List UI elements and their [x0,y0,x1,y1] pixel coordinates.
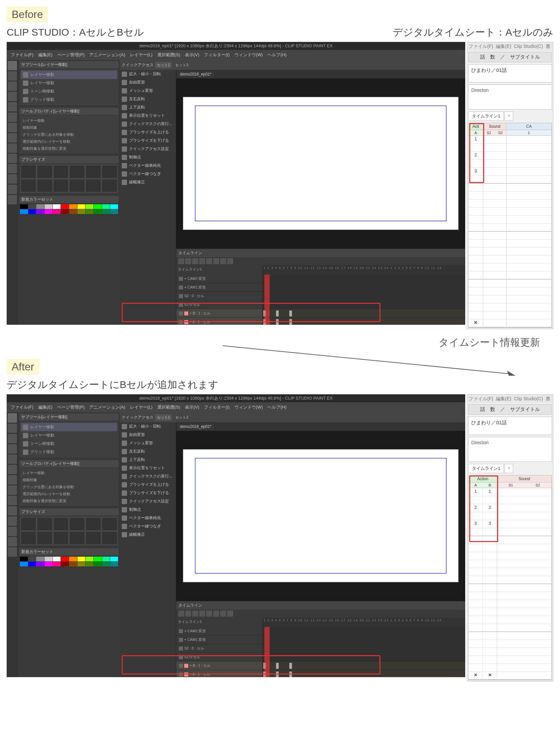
menu-item[interactable]: フィルター(I) [202,404,232,411]
prev-icon[interactable] [192,610,198,617]
ts-cell[interactable] [483,152,506,160]
tool-icon[interactable] [8,71,17,80]
menu-item[interactable]: レイヤー(L) [128,404,155,411]
qa-item[interactable]: クイックアクセス設定 [120,497,176,505]
expand-icon[interactable] [179,286,183,290]
timeline-track[interactable]: S2 : 0 : セル [176,644,465,653]
tl-btn-icon[interactable] [227,610,233,617]
qa-item[interactable]: メッシュ変形 [120,439,176,447]
menu-item[interactable]: ファイル(F) [468,44,493,50]
tl-btn-icon[interactable] [213,610,219,617]
csp-menubar[interactable]: ファイル(F) 編集(E) ページ管理(P) アニメーション(A) レイヤー(L… [7,402,465,412]
ts-cell[interactable] [468,264,483,272]
ts-cell[interactable] [483,136,506,144]
canvas-tab[interactable]: demo2018_ep01* [177,71,215,78]
color-swatch[interactable] [102,562,110,566]
expand-icon[interactable] [179,646,183,651]
ts-cell-x[interactable]: ✕ [468,319,483,327]
qa-item[interactable]: 拡大・縮小・回転 [120,422,176,431]
menu-item[interactable]: ウィンドウ(W) [233,404,265,411]
color-swatch[interactable] [36,562,44,566]
ts-cell[interactable] [497,592,551,600]
prop-item[interactable]: 移動対象を選択状態に変更 [21,145,117,152]
stop-icon[interactable] [185,610,191,617]
tool-icon[interactable] [8,81,17,91]
qa-item[interactable]: 自由変形 [120,431,176,439]
menu-item[interactable]: 選択範囲(S) [155,51,182,59]
ts-cell[interactable] [468,192,483,200]
ts-cell[interactable] [483,279,506,288]
ts-cell[interactable] [468,640,482,648]
ts-cell[interactable] [483,544,497,552]
ts-tab[interactable]: タイムライン1 [468,464,504,473]
ts-tab[interactable]: タイムライン1 [468,112,504,121]
ts-cell[interactable] [468,624,482,632]
ts-cell[interactable] [497,600,551,608]
ts-cell[interactable] [506,232,551,239]
timeline-track[interactable]: S2 : 0 : セル [176,292,465,301]
play-icon[interactable] [178,610,184,617]
color-swatch[interactable] [69,209,77,214]
ts-cell[interactable] [468,560,482,568]
tool-icon[interactable] [8,413,17,423]
menu-item[interactable]: 編集(E) [496,396,512,402]
loop-icon[interactable] [206,610,212,617]
qa-item[interactable]: 表示位置をリセット [120,464,176,472]
color-swatch[interactable] [85,557,94,561]
frame-numbers[interactable]: 1 2 3 4 5 6 7 8 9 10 11 12 13 14 15 16 1… [263,265,465,274]
ts-cell[interactable] [468,272,483,279]
ts-cell[interactable] [497,584,551,592]
ts-cell[interactable] [506,152,551,160]
qa-item[interactable]: ベクター線単純化 [120,514,176,522]
ts-cell[interactable] [506,279,551,288]
menu-item[interactable]: アニメーション(A) [87,404,127,411]
color-swatch[interactable] [102,204,110,209]
ts-cell[interactable] [468,664,482,672]
ts-info[interactable]: ひまわり／01話 [468,64,552,82]
tool-icon[interactable] [8,485,17,495]
tool-icon[interactable] [8,92,17,101]
frame-numbers[interactable]: 1 2 3 4 5 6 7 8 9 10 11 12 13 14 15 16 1… [263,618,465,627]
ts-cell[interactable] [483,272,506,279]
ts-cell[interactable] [483,288,506,295]
prop-item[interactable]: 選択範囲内のレイヤーを移動 [21,138,117,145]
canvas-area[interactable] [176,79,465,248]
ts-cell[interactable] [468,304,483,311]
ts-cell[interactable] [506,239,551,248]
ts-cell[interactable] [506,272,551,279]
qa-item[interactable]: 上下反転 [120,103,176,112]
timeline-name[interactable]: タイムライン1 [176,618,263,627]
tool-icon[interactable] [8,164,17,173]
tool-icon[interactable] [8,143,17,153]
menu-item[interactable]: ウィンドウ(W) [233,51,265,59]
ts-cell[interactable] [468,632,482,640]
ts-cell[interactable] [468,544,482,552]
ts-cell[interactable] [483,311,506,319]
ts-menubar[interactable]: ファイル(F) 編集(E) Clip Studio(C) 書 [467,42,553,51]
menu-item[interactable]: Clip Studio(C) [514,44,543,50]
color-swatch[interactable] [69,557,77,561]
menu-item[interactable]: ファイル(F) [9,51,36,59]
tool-icon[interactable] [8,434,17,443]
tool-icon[interactable] [8,517,17,526]
prev-icon[interactable] [192,258,198,264]
prop-item[interactable]: 移動対象 [21,477,117,484]
qa-item[interactable]: 制御点 [120,505,176,514]
tool-icon[interactable] [8,113,17,122]
ts-cell[interactable] [468,656,482,664]
subtool-item[interactable]: レイヤー移動 [21,431,117,440]
color-swatch[interactable] [28,204,36,209]
qa-item[interactable]: クイックマスクの実行... [120,120,176,128]
ts-cell[interactable] [468,616,482,624]
menu-item[interactable]: 書 [546,44,551,50]
ts-cell[interactable] [497,664,551,672]
menu-item[interactable]: 表示(V) [183,404,201,411]
color-swatch[interactable] [94,209,102,214]
ts-cell[interactable] [468,248,483,255]
color-swatch[interactable] [28,562,36,566]
canvas-area[interactable] [176,431,465,601]
color-swatch[interactable] [53,557,61,561]
color-swatch[interactable] [53,562,61,566]
ts-cell[interactable] [468,576,482,584]
timeline-track[interactable]: + CAM1:変形 [176,283,465,292]
